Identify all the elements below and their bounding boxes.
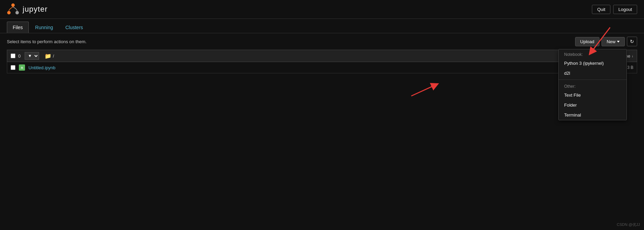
file-link[interactable]: Untitled.ipynb <box>28 65 56 70</box>
dropdown-item-textfile[interactable]: Text File <box>559 90 627 100</box>
file-list-container: 0 ▼ 📁 / Name ↓ n Untitled.ipynb 3 B <box>7 50 637 73</box>
toolbar-right: Upload New ↻ Notebook: Python 3 (ipykern… <box>575 37 637 46</box>
logout-button[interactable]: Logout <box>613 5 637 14</box>
dropdown-item-folder[interactable]: Folder <box>559 100 627 110</box>
tab-clusters[interactable]: Clusters <box>60 22 89 33</box>
tab-running[interactable]: Running <box>29 22 59 33</box>
toolbar: Select items to perform actions on them.… <box>0 33 644 50</box>
new-button-caret <box>617 41 620 43</box>
svg-point-2 <box>15 11 19 14</box>
sort-icon: ↓ <box>632 54 633 58</box>
watermark: CSDN @优JJ <box>617 222 640 227</box>
file-size: 3 B <box>627 65 633 70</box>
refresh-icon: ↻ <box>630 39 634 44</box>
dropdown-item-d2l[interactable]: d2l <box>559 68 627 78</box>
new-dropdown-menu: Notebook: Python 3 (ipykernel) d2l Other… <box>558 49 627 120</box>
jupyter-logo-icon <box>7 3 19 15</box>
svg-line-4 <box>411 85 435 96</box>
dropdown-item-terminal[interactable]: Terminal <box>559 110 627 120</box>
file-list-header: 0 ▼ 📁 / Name ↓ <box>7 50 637 62</box>
logo-area: jupyter <box>7 3 48 15</box>
new-button[interactable]: New <box>602 37 625 46</box>
select-hint: Select items to perform actions on them. <box>7 39 87 44</box>
select-all-checkbox[interactable] <box>11 53 15 58</box>
notebook-icon: n <box>19 64 25 71</box>
svg-point-1 <box>7 11 11 14</box>
file-count: 0 <box>18 53 21 59</box>
logo-text: jupyter <box>23 5 48 14</box>
refresh-button[interactable]: ↻ <box>627 37 637 46</box>
file-select-dropdown[interactable]: ▼ <box>25 52 39 60</box>
breadcrumb-area: 📁 / <box>45 53 616 59</box>
path-label: / <box>53 53 54 59</box>
tab-files[interactable]: Files <box>7 22 29 33</box>
header-buttons: Quit Logout <box>592 5 637 14</box>
file-checkbox[interactable] <box>11 65 15 70</box>
header: jupyter Quit Logout <box>0 0 644 19</box>
quit-button[interactable]: Quit <box>592 5 610 14</box>
svg-point-0 <box>11 3 15 7</box>
dropdown-divider <box>559 80 627 80</box>
other-section-label: Other: <box>559 81 627 90</box>
folder-icon: 📁 <box>45 53 51 59</box>
notebook-section-label: Notebook: <box>559 49 627 58</box>
nav-tabs: Files Running Clusters <box>0 19 644 33</box>
table-row: n Untitled.ipynb 3 B <box>7 62 637 73</box>
dropdown-item-python3[interactable]: Python 3 (ipykernel) <box>559 58 627 68</box>
upload-button[interactable]: Upload <box>575 37 599 46</box>
